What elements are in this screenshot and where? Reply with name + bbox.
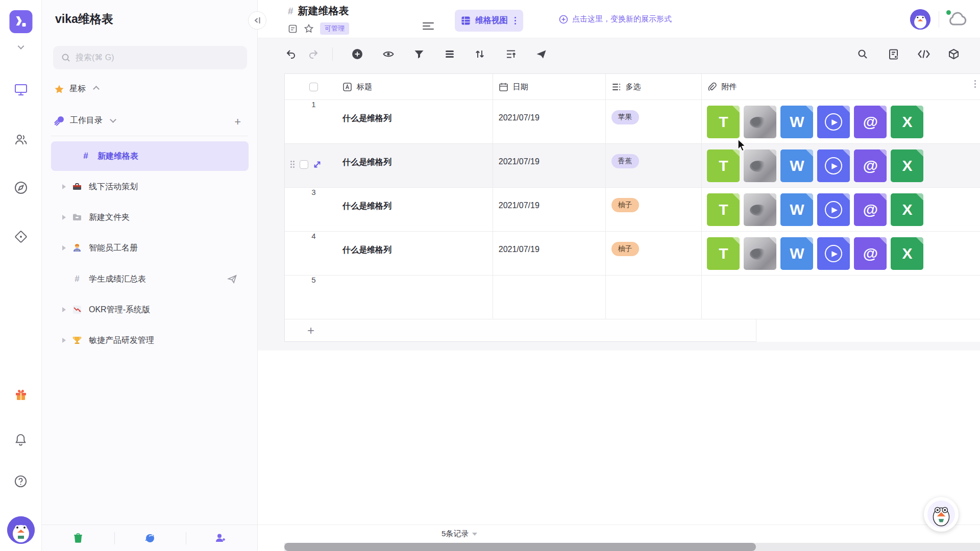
link-file-attachment[interactable]: @ [854, 149, 887, 182]
expand-caret-icon[interactable] [62, 215, 66, 220]
cell-date[interactable]: 2021/07/19 [499, 245, 540, 254]
cell-title[interactable]: 什么是维格列 [342, 157, 391, 168]
link-file-attachment[interactable]: @ [854, 106, 887, 138]
api-icon[interactable] [916, 46, 932, 62]
cell-title[interactable]: 什么是维格列 [342, 113, 391, 124]
view-menu-icon[interactable] [514, 20, 516, 21]
multiselect-tag[interactable]: 柚子 [611, 242, 639, 256]
workspace-title[interactable]: vika维格表 [55, 11, 113, 27]
column-header-title[interactable]: 标题 [342, 82, 372, 92]
invite-member-icon[interactable] [214, 532, 227, 544]
horizontal-scrollbar[interactable] [284, 543, 980, 551]
attachment-cell[interactable]: TW▶@X [707, 106, 923, 138]
excel-file-attachment[interactable]: X [891, 193, 923, 226]
cell-date[interactable]: 2021/07/19 [499, 157, 540, 166]
sync-cloud-icon[interactable] [947, 11, 968, 28]
share-send-icon[interactable] [227, 274, 237, 284]
multiselect-tag[interactable]: 柚子 [611, 198, 639, 212]
text-file-attachment[interactable]: T [707, 106, 740, 138]
video-file-attachment[interactable]: ▶ [817, 149, 850, 182]
workspace-switch-chevron-icon[interactable] [18, 44, 23, 48]
table-row[interactable]: 3 什么是维格列 2021/07/19 柚子 TW▶@X [285, 188, 980, 232]
link-file-attachment[interactable]: @ [854, 237, 887, 270]
star-outline-icon[interactable] [304, 23, 314, 34]
image-file-attachment[interactable] [744, 193, 776, 226]
share-icon[interactable] [533, 46, 549, 62]
column-header-date[interactable]: 日期 [499, 82, 528, 92]
sidebar-item-offline-event[interactable]: 线下活动策划 [51, 173, 249, 200]
contacts-icon[interactable] [12, 131, 30, 148]
widget-icon[interactable] [946, 46, 961, 62]
sidebar-item-new-datasheet[interactable]: # 新建维格表 [51, 141, 249, 171]
text-file-attachment[interactable]: T [707, 149, 740, 182]
row-checkbox[interactable] [300, 160, 308, 169]
view-list-icon[interactable] [423, 20, 434, 32]
search-grid-icon[interactable] [855, 46, 870, 62]
vika-logo[interactable] [9, 10, 32, 33]
multiselect-tag[interactable]: 苹果 [611, 110, 639, 124]
expand-caret-icon[interactable] [62, 245, 66, 251]
word-file-attachment[interactable]: W [780, 106, 813, 138]
help-icon[interactable] [12, 472, 30, 490]
cell-title[interactable]: 什么是维格列 [342, 245, 391, 256]
column-header-multiselect[interactable]: 多选 [611, 82, 641, 92]
rail-user-avatar[interactable] [7, 516, 35, 544]
attachment-cell[interactable]: TW▶@X [707, 149, 923, 182]
text-file-attachment[interactable]: T [707, 237, 740, 270]
link-file-attachment[interactable]: @ [854, 193, 887, 226]
sidebar-item-new-folder[interactable]: 新建文件夹 [51, 204, 249, 231]
table-row-empty[interactable]: 5 [285, 276, 980, 319]
undo-icon[interactable] [283, 46, 299, 62]
directory-section-header[interactable]: 工作目录 [54, 115, 115, 126]
row-height-icon[interactable] [503, 46, 519, 62]
filter-icon[interactable] [411, 46, 427, 62]
add-node-button[interactable]: + [234, 116, 241, 128]
image-file-attachment[interactable] [744, 106, 776, 138]
cell-title[interactable]: 什么是维格列 [342, 201, 391, 212]
description-icon[interactable] [288, 24, 298, 34]
starred-section-header[interactable]: 星标 [54, 84, 99, 94]
search-box[interactable] [53, 46, 247, 69]
image-file-attachment[interactable] [744, 149, 776, 182]
video-file-attachment[interactable]: ▶ [817, 237, 850, 270]
word-file-attachment[interactable]: W [780, 193, 813, 226]
attachment-cell[interactable]: TW▶@X [707, 193, 923, 226]
excel-file-attachment[interactable]: X [891, 237, 923, 270]
planet-icon[interactable] [144, 532, 156, 544]
sidebar-collapse-button[interactable] [248, 11, 266, 30]
table-row[interactable]: 4 什么是维格列 2021/07/19 柚子 TW▶@X [285, 232, 980, 276]
excel-file-attachment[interactable]: X [891, 149, 923, 182]
cell-date[interactable]: 2021/07/19 [499, 201, 540, 210]
group-icon[interactable] [442, 46, 457, 62]
image-file-attachment[interactable] [744, 237, 776, 270]
word-file-attachment[interactable]: W [780, 149, 813, 182]
sidebar-item-student-scores[interactable]: # 学生成绩汇总表 [51, 266, 249, 292]
transform-hint[interactable]: 点击这里，变换新的展示形式 [559, 0, 672, 38]
table-row-hovered[interactable]: 什么是维格列 2021/07/19 香蕉 TW▶@X [285, 144, 980, 188]
explore-icon[interactable] [12, 179, 30, 196]
multiselect-tag[interactable]: 香蕉 [611, 154, 639, 168]
scrollbar-thumb[interactable] [284, 543, 756, 551]
header-user-avatar[interactable] [910, 9, 930, 30]
gift-icon[interactable] [12, 386, 30, 404]
trash-icon[interactable] [72, 533, 84, 544]
column-header-attachment[interactable]: 附件 [707, 82, 737, 92]
search-input[interactable] [76, 53, 239, 62]
word-file-attachment[interactable]: W [780, 237, 813, 270]
hide-fields-icon[interactable] [381, 46, 396, 62]
attachment-cell[interactable]: TW▶@X [707, 237, 923, 270]
mascot-penguin[interactable] [924, 497, 959, 532]
drag-handle-icon[interactable] [290, 160, 295, 168]
workbench-icon[interactable] [12, 81, 30, 98]
video-file-attachment[interactable]: ▶ [817, 106, 850, 138]
sort-icon[interactable] [472, 46, 487, 62]
insert-record-icon[interactable] [350, 46, 365, 62]
column-menu-icon[interactable] [974, 83, 976, 85]
sidebar-item-agile-rd[interactable]: 敏捷产品研发管理 [51, 327, 249, 354]
form-icon[interactable] [886, 46, 901, 62]
expand-record-icon[interactable] [313, 160, 322, 169]
cell-date[interactable]: 2021/07/19 [499, 113, 540, 122]
select-all-checkbox[interactable] [309, 83, 318, 91]
add-record-row[interactable]: + [285, 319, 756, 342]
table-row[interactable]: 1 什么是维格列 2021/07/19 苹果 TW▶@X [285, 100, 980, 144]
